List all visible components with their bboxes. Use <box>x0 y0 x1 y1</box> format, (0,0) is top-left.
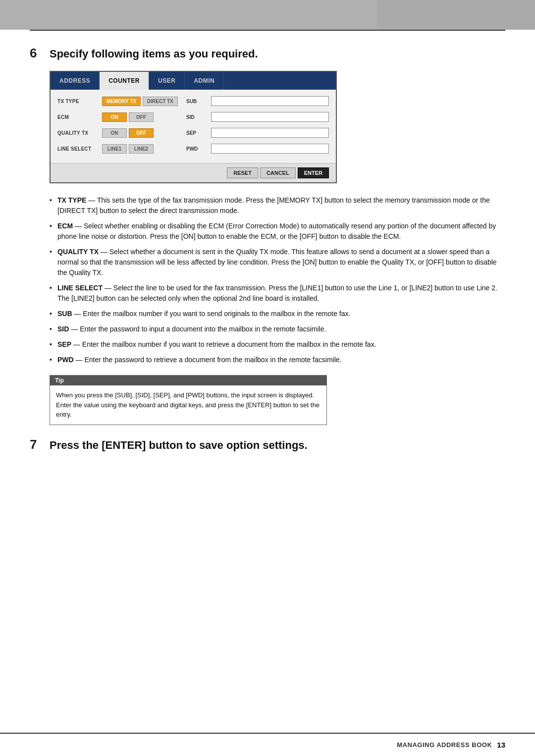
text-tx-type: This sets the type of the fax transmissi… <box>57 196 490 215</box>
tip-body: When you press the [SUB], [SID], [SEP], … <box>50 385 326 425</box>
tab-admin[interactable]: ADMIN <box>185 72 224 90</box>
input-pwd[interactable] <box>211 144 329 154</box>
step7-heading: 7 Press the [ENTER] button to save optio… <box>30 437 505 452</box>
step7-number: 7 <box>30 437 44 452</box>
sub-row: SUB <box>186 96 329 106</box>
step7-title: Press the [ENTER] button to save option … <box>50 439 308 452</box>
tip-header: Tip <box>50 376 326 385</box>
list-item: TX TYPE — This sets the type of the fax … <box>50 195 505 216</box>
tab-counter[interactable]: COUNTER <box>100 72 149 90</box>
btn-quality-off[interactable]: OFF <box>129 128 154 138</box>
em-dash-1: — <box>75 222 84 230</box>
label-sub: SUB <box>186 99 211 104</box>
ui-panel: ADDRESS COUNTER USER ADMIN TX TYPE <box>50 71 337 183</box>
main-content: 6 Specify following items as you require… <box>0 31 535 472</box>
label-line-select: LINE SELECT <box>57 146 102 152</box>
term-sid: SID <box>57 325 69 333</box>
btn-quality-on[interactable]: ON <box>102 128 127 138</box>
footer-page-number: 13 <box>497 741 505 749</box>
term-sub: SUB <box>57 310 72 318</box>
term-sep: SEP <box>57 340 71 348</box>
label-pwd: PWD <box>186 146 211 152</box>
text-sep: Enter the mailbox number if you want to … <box>82 340 376 348</box>
list-item: SID — Enter the password to input a docu… <box>50 324 505 334</box>
input-sub[interactable] <box>211 96 329 106</box>
list-item: QUALITY TX — Select whether a document i… <box>50 247 505 278</box>
step6-title: Specify following items as you required. <box>50 48 258 60</box>
term-tx-type: TX TYPE <box>57 196 86 204</box>
line-buttons: LINE1 LINE2 <box>102 144 186 154</box>
text-pwd: Enter the password to retrieve a documen… <box>84 356 341 364</box>
btn-reset[interactable]: RESET <box>227 167 258 178</box>
list-item: PWD — Enter the password to retrieve a d… <box>50 355 505 365</box>
btn-memory-tx[interactable]: MEMORY TX <box>102 97 141 106</box>
sep-row: SEP <box>186 128 329 138</box>
footer-label: MANAGING ADDRESS BOOK <box>397 741 492 749</box>
tip-box: Tip When you press the [SUB], [SID], [SE… <box>50 375 327 425</box>
btn-ecm-on[interactable]: ON <box>102 112 127 122</box>
em-dash-4: — <box>74 310 83 318</box>
em-dash-5: — <box>71 325 80 333</box>
em-dash-2: — <box>101 248 109 256</box>
bullet-list: TX TYPE — This sets the type of the fax … <box>50 195 505 365</box>
label-quality-tx: QUALITY TX <box>57 130 102 136</box>
step6-number: 6 <box>30 46 44 61</box>
btn-line1[interactable]: LINE1 <box>102 144 127 154</box>
panel-body: TX TYPE MEMORY TX DIRECT TX SUB ECM <box>51 90 336 163</box>
top-bar <box>0 0 535 30</box>
term-pwd: PWD <box>57 356 74 364</box>
row-quality-tx: QUALITY TX ON OFF SEP <box>57 126 329 139</box>
text-ecm: Select whether enabling or disabling the… <box>57 222 496 240</box>
btn-cancel[interactable]: CANCEL <box>260 167 296 178</box>
page-footer: MANAGING ADDRESS BOOK 13 <box>0 733 535 756</box>
input-sep[interactable] <box>211 128 329 138</box>
term-ecm: ECM <box>57 222 73 230</box>
label-ecm: ECM <box>57 114 102 120</box>
quality-buttons: ON OFF <box>102 128 186 138</box>
btn-ecm-off[interactable]: OFF <box>129 112 154 122</box>
label-tx-type: TX TYPE <box>57 99 102 104</box>
sid-row: SID <box>186 112 329 122</box>
panel-footer: RESET CANCEL ENTER <box>51 163 336 182</box>
label-sid: SID <box>186 114 211 120</box>
input-sid[interactable] <box>211 112 329 122</box>
term-quality-tx: QUALITY TX <box>57 248 99 256</box>
page-container: 6 Specify following items as you require… <box>0 0 535 756</box>
ecm-buttons: ON OFF <box>102 112 186 122</box>
tab-address[interactable]: ADDRESS <box>51 72 100 90</box>
em-dash-3: — <box>105 284 113 292</box>
row-line-select: LINE SELECT LINE1 LINE2 PWD <box>57 142 329 155</box>
list-item: ECM — Select whether enabling or disabli… <box>50 221 505 242</box>
step6-heading: 6 Specify following items as you require… <box>30 46 505 61</box>
text-sid: Enter the password to input a document i… <box>80 325 326 333</box>
term-line-select: LINE SELECT <box>57 284 103 292</box>
list-item: SUB — Enter the mailbox number if you wa… <box>50 309 505 319</box>
list-item: SEP — Enter the mailbox number if you wa… <box>50 339 505 350</box>
text-quality-tx: Select whether a document is sent in the… <box>57 248 497 276</box>
text-sub: Enter the mailbox number if you want to … <box>83 310 350 318</box>
row-tx-type: TX TYPE MEMORY TX DIRECT TX SUB <box>57 95 329 108</box>
btn-line2[interactable]: LINE2 <box>129 144 154 154</box>
label-sep: SEP <box>186 130 211 136</box>
pwd-row: PWD <box>186 144 329 154</box>
em-dash-0: — <box>88 196 97 204</box>
btn-enter[interactable]: ENTER <box>298 167 329 178</box>
tx-type-buttons: MEMORY TX DIRECT TX <box>102 97 186 106</box>
text-line-select: Select the line to be used for the fax t… <box>57 284 497 302</box>
row-ecm: ECM ON OFF SID <box>57 110 329 123</box>
top-bar-accent <box>376 0 535 30</box>
btn-direct-tx[interactable]: DIRECT TX <box>143 97 178 106</box>
em-dash-7: — <box>76 356 85 364</box>
list-item: LINE SELECT — Select the line to be used… <box>50 283 505 304</box>
tab-user[interactable]: USER <box>149 72 185 90</box>
panel-header: ADDRESS COUNTER USER ADMIN <box>51 72 336 90</box>
em-dash-6: — <box>73 340 82 348</box>
